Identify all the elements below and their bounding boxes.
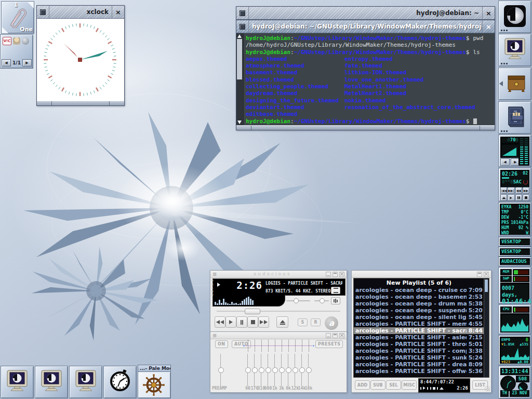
miniaturize-button[interactable] [236, 7, 249, 19]
eject-button[interactable] [276, 316, 288, 328]
close-button[interactable]: × [482, 7, 495, 19]
playlist-row[interactable]: arcologies - PARTICLE SHIFT - asleep a7:… [354, 334, 484, 341]
playlist-row[interactable]: arcologies - ocean deep - suspended s5:2… [354, 307, 484, 314]
terminal-scrollbar[interactable] [236, 33, 244, 125]
music-forward-button[interactable]: ▶▶ [523, 187, 529, 194]
playlist-row[interactable]: arcologies - PARTICLE SHIFT - through5:0… [354, 341, 484, 348]
clip-prev-button[interactable] [2, 26, 8, 33]
clip-next-button[interactable] [27, 2, 34, 8]
dock-tile-cabinet[interactable] [498, 101, 531, 134]
close-button[interactable] [339, 272, 344, 277]
playlist-scrollbar[interactable] [484, 278, 489, 378]
equalizer-button[interactable] [331, 297, 340, 304]
eq-band-slider[interactable] [271, 354, 278, 386]
pager-next-button[interactable]: ▶ [22, 59, 32, 66]
playlist-row-selected[interactable]: arcologies - PARTICLE SHIFT - sacrame8:4… [354, 327, 484, 334]
player-titlebar[interactable]: ≡ audacious [210, 271, 347, 278]
dockapp-music[interactable]: 02:26 02 8**8SAC |◀◀ ▶▶| ◀◀ ▶▶ [498, 168, 531, 202]
playlist-sel-button[interactable]: SEL [386, 380, 401, 390]
playlist-body[interactable]: New Playlist (5 of 6) arcologies - ocean… [353, 278, 485, 378]
terminal-titlebar[interactable]: hydroJ@debian: ~/GNUstep/Library/WindowM… [236, 20, 495, 33]
preamp-slider[interactable] [217, 354, 224, 386]
eq-band-slider[interactable] [305, 354, 312, 386]
playlist-misc-button[interactable]: MISC [402, 380, 417, 390]
playlist-row[interactable]: arcologies - ocean deep - basement lif2:… [354, 294, 484, 300]
repeat-button[interactable]: R [311, 318, 321, 326]
mini-eject-icon[interactable] [440, 387, 444, 390]
dockapp-lcd-strip[interactable]: VESKTOP [498, 247, 531, 257]
close-button[interactable]: × [482, 20, 495, 33]
playlist-row[interactable]: arcologies - ocean deep - drum machin5:3… [354, 300, 484, 307]
shade-button[interactable] [332, 272, 338, 277]
eq-on-button[interactable]: ON [215, 340, 228, 348]
scroll-down-icon[interactable] [237, 121, 242, 124]
mini-stop-icon[interactable] [433, 387, 435, 390]
dockapp-lcd-strip[interactable]: AUDACIOUS [498, 257, 531, 267]
pager-prev-button[interactable]: ◀ [2, 59, 11, 66]
miniwindow-terminal[interactable] [69, 366, 102, 398]
resize-grip[interactable] [485, 386, 490, 391]
dockapp-lcd-strip[interactable]: VESKTOP [498, 237, 531, 247]
playlist-titlebar[interactable] [352, 271, 491, 278]
next-button[interactable] [258, 316, 269, 328]
menu-icon[interactable]: ≡ [210, 332, 219, 338]
eq-band-slider[interactable] [244, 354, 251, 386]
mini-next-icon[interactable] [437, 387, 438, 390]
close-button[interactable] [339, 333, 344, 338]
clutterbar[interactable]: OAIDV [211, 279, 216, 297]
mini-prev-icon[interactable] [420, 387, 421, 390]
resize-bar[interactable] [236, 125, 495, 130]
eq-band-slider[interactable] [298, 354, 305, 386]
volume-slider[interactable] [286, 300, 310, 301]
play-button[interactable] [225, 316, 236, 328]
eq-band-slider[interactable] [258, 354, 265, 386]
drawer-arrow-icon[interactable] [499, 81, 503, 86]
scroll-up-icon[interactable] [237, 34, 242, 38]
equalizer-titlebar[interactable]: ≡ [210, 332, 347, 339]
miniwindow-terminal[interactable] [1, 366, 34, 398]
minimize-button[interactable] [326, 333, 331, 338]
mixer-prev-button[interactable]: ◀ [500, 158, 510, 166]
playlist-add-button[interactable]: ADD [355, 380, 370, 390]
mini-play-icon[interactable] [423, 387, 425, 390]
eq-band-slider[interactable] [264, 354, 272, 386]
miniaturize-button[interactable] [37, 6, 49, 18]
dock-tile-wmaker[interactable] [498, 1, 531, 33]
shade-button[interactable] [477, 272, 482, 277]
music-next-button[interactable]: ▶▶| [508, 187, 514, 194]
xclock-titlebar[interactable]: xclock × [37, 6, 124, 19]
dockapp-weather[interactable]: EYKA1250 TMP0°C DEW-1°C PRS1014hPa HUM92… [498, 202, 531, 236]
miniaturize-button[interactable] [236, 20, 249, 33]
mini-pause-icon[interactable] [427, 387, 431, 390]
seek-thumb[interactable] [245, 309, 260, 314]
mixer-volume-wedge[interactable] [500, 143, 519, 158]
resize-bar[interactable] [37, 101, 124, 105]
shade-button[interactable] [332, 333, 338, 338]
seek-track[interactable] [217, 311, 340, 312]
workspace-clip[interactable]: 1 One [1, 1, 34, 34]
close-button[interactable] [484, 272, 489, 277]
playlist-row[interactable]: arcologies - PARTICLE SHIFT - compute3:3… [354, 348, 484, 354]
menu-icon[interactable]: ≡ [210, 271, 219, 277]
music-play-button[interactable] [508, 194, 514, 201]
playlist-sub-button[interactable]: SUB [370, 380, 385, 390]
close-button[interactable]: × [112, 6, 124, 18]
balance-slider[interactable] [314, 300, 329, 301]
eq-band-slider[interactable] [278, 354, 285, 386]
eq-band-slider[interactable] [285, 354, 292, 386]
spectrum-analyzer[interactable] [215, 296, 254, 305]
avatar-icon[interactable] [13, 37, 20, 45]
miniwindow-terminal[interactable] [35, 366, 68, 398]
prev-button[interactable] [215, 316, 225, 328]
eq-band-slider[interactable] [291, 354, 299, 386]
shuffle-button[interactable]: S [298, 318, 308, 326]
music-rewind-button[interactable]: ◀◀ [515, 187, 522, 194]
terminal-back-titlebar[interactable]: hydroJ@debian: ~ × [236, 7, 495, 20]
dock-tile-drawer[interactable] [498, 68, 531, 100]
music-stop-button[interactable] [523, 194, 529, 201]
playlist-row[interactable]: arcologies - PARTICLE SHIFT - offworld5:… [354, 368, 484, 375]
vlc-icon[interactable]: V!C [3, 37, 11, 45]
music-prev-button[interactable]: |◀◀ [500, 187, 507, 194]
dockapp-cpu[interactable]: CPU [498, 304, 531, 335]
playlist-row[interactable]: arcologies - ocean deep - cruise contro7… [354, 287, 484, 294]
